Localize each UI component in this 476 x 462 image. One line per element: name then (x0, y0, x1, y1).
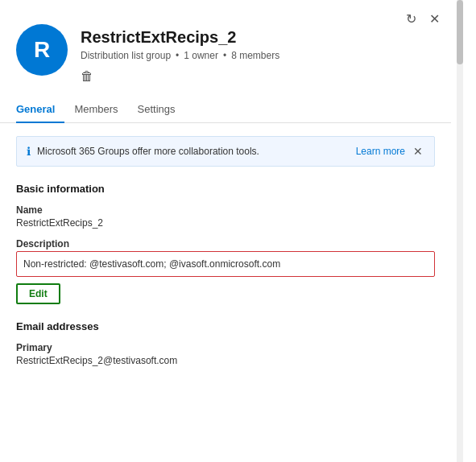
primary-email-value: RestrictExtRecips_2@testivasoft.com (16, 355, 435, 366)
learn-more-link[interactable]: Learn more (356, 146, 405, 157)
name-value: RestrictExtRecips_2 (16, 217, 435, 229)
name-label: Name (16, 204, 435, 216)
avatar: R (16, 24, 68, 76)
delete-icon[interactable]: 🗑 (81, 69, 93, 84)
info-banner: ℹ Microsoft 365 Groups offer more collab… (16, 136, 435, 167)
banner-close-button[interactable]: ✕ (412, 145, 424, 158)
edit-button[interactable]: Edit (16, 283, 60, 304)
basic-info-section: Basic information Name RestrictExtRecips… (16, 183, 435, 317)
refresh-button[interactable]: ↻ (404, 10, 418, 28)
meta-dot-2: • (223, 50, 226, 61)
description-label: Description (16, 238, 435, 250)
tab-members[interactable]: Members (64, 97, 127, 123)
owner-count: 1 owner (184, 50, 218, 61)
email-section: Email addresses Primary RestrictExtRecip… (16, 320, 435, 366)
tab-general[interactable]: General (16, 97, 64, 123)
banner-text: Microsoft 365 Groups offer more collabor… (37, 146, 350, 157)
description-input[interactable] (16, 251, 435, 277)
email-section-title: Email addresses (16, 320, 435, 332)
primary-label: Primary (16, 342, 435, 353)
member-count: 8 members (231, 50, 279, 61)
tab-settings[interactable]: Settings (128, 97, 185, 123)
meta-dot-1: • (176, 50, 179, 61)
group-meta: Distribution list group • 1 owner • 8 me… (81, 50, 435, 61)
close-button[interactable]: ✕ (428, 10, 441, 28)
group-name: RestrictExtRecips_2 (81, 27, 435, 47)
info-icon: ℹ (27, 145, 31, 158)
basic-info-title: Basic information (16, 183, 435, 195)
group-type: Distribution list group (81, 50, 171, 61)
tabs-bar: General Members Settings (0, 97, 451, 123)
